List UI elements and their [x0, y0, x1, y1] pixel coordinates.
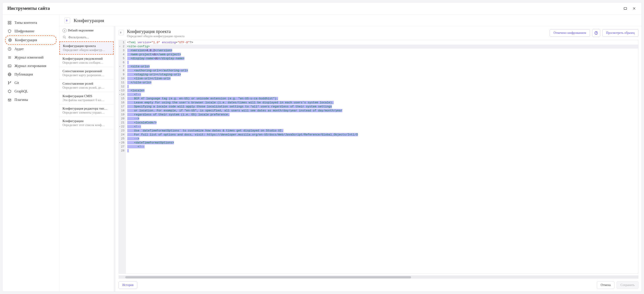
- svg-rect-14: [8, 65, 11, 67]
- config-item[interactable]: КонфигурацииОпределяет этот список конф…: [60, 117, 114, 129]
- minimize-icon[interactable]: [623, 6, 628, 11]
- sidebar-item-configuration[interactable]: Конфигурация: [5, 36, 56, 45]
- sidebar-item-label: Шифрование: [14, 29, 34, 33]
- config-item-desc: Эти файлы настраивают 0 ил…: [62, 98, 110, 102]
- config-list: i Default окружение Конфигурация проекта…: [60, 26, 116, 291]
- filter-input[interactable]: [68, 36, 110, 39]
- branch-icon: [7, 81, 12, 85]
- svg-rect-6: [8, 23, 9, 24]
- svg-rect-4: [8, 21, 9, 22]
- svg-point-26: [63, 36, 65, 38]
- history-button[interactable]: История: [118, 281, 137, 289]
- svg-point-19: [8, 82, 9, 82]
- config-item-desc: Определяет элементы управл…: [62, 111, 110, 115]
- editor-subtitle: Определяет общую конфигурацию проекта: [127, 35, 546, 38]
- environment-label: i Default окружение: [60, 26, 114, 34]
- sidebar: Типы контентаШифрованиеКонфигурацияАудит…: [2, 15, 60, 291]
- config-item[interactable]: Сопоставление ролейОпределяет список рол…: [60, 80, 114, 92]
- page-title: Конфигурация: [74, 18, 104, 23]
- svg-rect-7: [10, 23, 11, 24]
- svg-marker-22: [8, 90, 11, 93]
- config-item[interactable]: Конфигурация редактора тип…Определяет эл…: [60, 104, 114, 117]
- editor-pane: Конфигурация проекта Определяет общую ко…: [116, 26, 642, 291]
- sidebar-item-label: Типы контента: [14, 21, 37, 25]
- config-item-title: Конфигурация редактора тип…: [62, 107, 110, 111]
- gear-icon: [8, 38, 12, 42]
- box-icon: [7, 98, 12, 102]
- main: Конфигурация i Default окружение: [60, 15, 642, 291]
- titlebar: Инструменты сайта: [2, 3, 642, 15]
- window-title: Инструменты сайта: [7, 6, 619, 11]
- view-sample-button[interactable]: Просмотреть образец: [602, 29, 638, 37]
- sidebar-item-plugins[interactable]: Плагины: [5, 96, 56, 104]
- list-icon: [7, 55, 12, 60]
- sidebar-item-logging[interactable]: Журнал логирования: [5, 62, 56, 70]
- config-item[interactable]: Сопоставление разрешенийОпределяет карту…: [60, 67, 114, 80]
- sidebar-item-graphql[interactable]: GraphQL: [5, 87, 56, 96]
- config-item-desc: Определяет список ролей, до…: [62, 86, 110, 90]
- editor-title: Конфигурация проекта: [127, 29, 546, 34]
- collapse-sidebar-icon[interactable]: [64, 18, 70, 23]
- dialog-window: Инструменты сайта Типы контентаШифровани…: [2, 2, 642, 292]
- cancel-button[interactable]: Отмена: [597, 281, 614, 289]
- svg-point-21: [10, 82, 11, 82]
- terminal-icon: [7, 64, 12, 68]
- clock-icon: [7, 47, 12, 51]
- sidebar-item-changes[interactable]: Журнал изменений: [5, 53, 56, 62]
- svg-point-30: [596, 34, 596, 34]
- svg-point-20: [8, 84, 9, 84]
- editor-footer: История Отмена Сохранить: [118, 280, 638, 289]
- grid-icon: [7, 21, 12, 25]
- info-icon[interactable]: i: [62, 29, 66, 33]
- config-item-desc: Определяет карту разрешени…: [62, 74, 110, 77]
- config-item-title: Сопоставление разрешений: [62, 69, 110, 73]
- config-item-desc: Определяет список сообщен…: [62, 61, 110, 65]
- shield-icon: [7, 29, 12, 34]
- sidebar-item-publication[interactable]: Публикация: [5, 70, 56, 79]
- horizontal-scrollbar[interactable]: [118, 275, 638, 279]
- config-item[interactable]: Конфигурация уведомленийОпределяет списо…: [60, 55, 114, 67]
- svg-point-8: [10, 40, 11, 41]
- help-icon[interactable]: [592, 29, 600, 37]
- sidebar-item-label: GraphQL: [14, 89, 28, 93]
- globe-icon: [7, 72, 12, 77]
- sidebar-item-label: Плагины: [14, 98, 28, 102]
- collapse-list-icon[interactable]: [118, 30, 124, 35]
- encrypt-marked-button[interactable]: Отмечено шифрованием: [550, 29, 590, 37]
- config-item-title: Конфигурация проекта: [63, 44, 110, 48]
- filter-row: [60, 34, 114, 42]
- svg-line-27: [65, 38, 66, 39]
- search-icon: [62, 35, 66, 39]
- svg-rect-0: [624, 7, 627, 9]
- sidebar-item-label: Аудит: [14, 47, 24, 51]
- close-icon[interactable]: [632, 6, 637, 11]
- config-item-title: Сопоставление ролей: [62, 82, 110, 86]
- config-item-title: Конфигурация уведомлений: [62, 57, 110, 61]
- sidebar-item-git[interactable]: Git: [5, 79, 56, 87]
- environment-text: Default окружение: [68, 29, 94, 32]
- sidebar-item-audit[interactable]: Аудит: [5, 45, 56, 53]
- svg-rect-5: [10, 21, 11, 22]
- hex-icon: [7, 89, 12, 94]
- config-item-title: Конфигурация CMIS: [62, 94, 110, 98]
- sidebar-item-label: Журнал логирования: [14, 64, 46, 68]
- config-item-title: Конфигурации: [62, 119, 110, 123]
- code-editor[interactable]: 1234567891011121314151617181920212223242…: [118, 40, 638, 274]
- sidebar-item-content-types[interactable]: Типы контента: [5, 19, 56, 27]
- sidebar-item-label: Git: [14, 81, 19, 85]
- sidebar-item-label: Публикация: [14, 72, 33, 76]
- sidebar-item-label: Журнал изменений: [14, 56, 44, 60]
- sidebar-item-label: Конфигурация: [15, 38, 37, 42]
- config-item[interactable]: Конфигурация CMISЭти файлы настраивают 0…: [60, 92, 114, 104]
- config-item[interactable]: Конфигурация проектаОпределяет общую кон…: [60, 42, 114, 55]
- sidebar-item-encryption[interactable]: Шифрование: [5, 27, 56, 36]
- save-button: Сохранить: [617, 281, 638, 289]
- config-item-desc: Определяет общую конфигур…: [63, 48, 110, 52]
- config-item-desc: Определяет этот список конф…: [62, 123, 110, 127]
